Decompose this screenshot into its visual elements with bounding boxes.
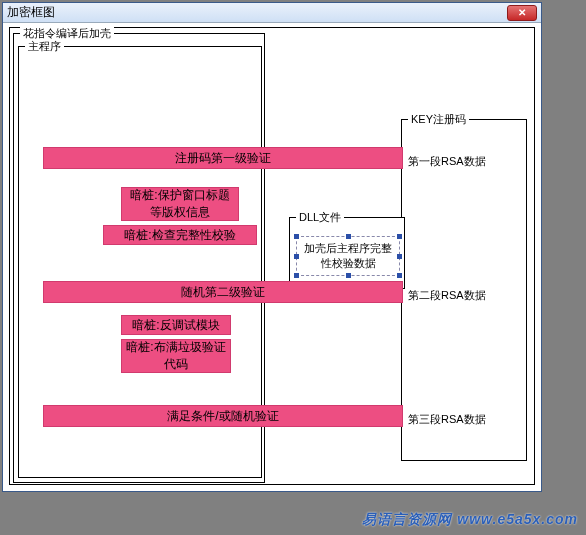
group-key[interactable]: KEY注册码 第一段RSA数据 第二段RSA数据 第三段RSA数据 bbox=[401, 119, 527, 461]
designer-window: 加密框图 ✕ 花指令编译后加壳 主程序 KEY注册码 第一段RSA数据 第二段R… bbox=[2, 2, 542, 492]
dll-text[interactable]: 加壳后主程序完整性校验数据 bbox=[296, 236, 400, 276]
bar-rand2[interactable]: 随机第二级验证 bbox=[43, 281, 403, 303]
group-main-label: 主程序 bbox=[25, 39, 64, 54]
bar-cond[interactable]: 满足条件/或随机验证 bbox=[43, 405, 403, 427]
bar-reg1[interactable]: 注册码第一级验证 bbox=[43, 147, 403, 169]
watermark: 易语言资源网 www.e5a5x.com bbox=[362, 511, 578, 529]
bar-stub4[interactable]: 暗桩:布满垃圾验证代码 bbox=[121, 339, 231, 373]
close-button[interactable]: ✕ bbox=[507, 5, 537, 21]
titlebar: 加密框图 ✕ bbox=[3, 3, 541, 23]
close-icon: ✕ bbox=[518, 7, 526, 18]
group-dll[interactable]: DLL文件 加壳后主程序完整性校验数据 bbox=[289, 217, 405, 289]
key-seg1: 第一段RSA数据 bbox=[406, 154, 488, 169]
form-canvas[interactable]: 花指令编译后加壳 主程序 KEY注册码 第一段RSA数据 第二段RSA数据 第三… bbox=[7, 25, 537, 487]
selection-handles bbox=[294, 234, 402, 278]
bar-stub1[interactable]: 暗桩:保护窗口标题等版权信息 bbox=[121, 187, 239, 221]
group-dll-label: DLL文件 bbox=[296, 210, 344, 225]
key-seg2: 第二段RSA数据 bbox=[406, 288, 488, 303]
key-seg3: 第三段RSA数据 bbox=[406, 412, 488, 427]
bar-stub2[interactable]: 暗桩:检查完整性校验 bbox=[103, 225, 257, 245]
window-title: 加密框图 bbox=[7, 4, 507, 21]
group-key-label: KEY注册码 bbox=[408, 112, 469, 127]
bar-stub3[interactable]: 暗桩:反调试模块 bbox=[121, 315, 231, 335]
